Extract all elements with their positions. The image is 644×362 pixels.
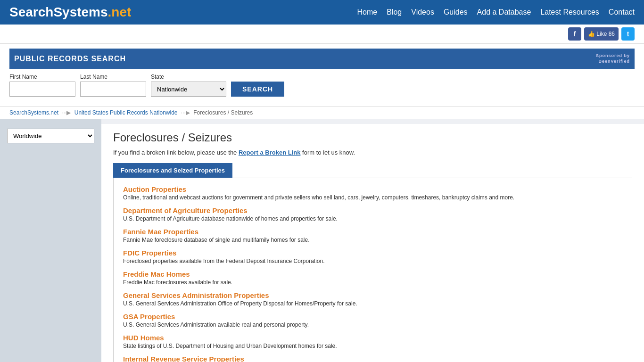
nav-bar: HomeBlogVideosGuidesAdd a DatabaseLatest… (357, 8, 635, 16)
listing-link-5[interactable]: General Services Administration Properti… (123, 291, 622, 299)
search-box-wrapper: PUBLIC RECORDS SEARCH Sponsored by BeenV… (0, 44, 644, 107)
logo-area: SearchSystems.net (9, 5, 131, 20)
search-fields: First Name Last Name State NationwideAla… (9, 74, 635, 97)
list-item: Internal Revenue Service PropertiesIRS s… (123, 355, 622, 362)
listing-desc-7: State listings of U.S. Department of Hou… (123, 342, 622, 350)
lastname-input[interactable] (80, 82, 146, 97)
search-box-title: PUBLIC RECORDS SEARCH (14, 55, 126, 63)
listing-desc-0: Online, traditional and webcast auctions… (123, 193, 622, 202)
listing-link-3[interactable]: FDIC Properties (123, 249, 622, 257)
listing-link-0[interactable]: Auction Properties (123, 185, 622, 193)
results-panel: Auction PropertiesOnline, traditional an… (113, 178, 632, 362)
logo-accent: .net (108, 5, 132, 19)
content-area: Foreclosures / Seizures If you find a br… (101, 119, 644, 362)
list-item: Fannie Mae PropertiesFannie Mae foreclos… (123, 228, 622, 244)
lastname-group: Last Name (80, 74, 146, 97)
listing-link-4[interactable]: Freddie Mac Homes (123, 270, 622, 278)
lastname-label: Last Name (80, 74, 146, 80)
twitter-icon[interactable]: t (621, 27, 635, 41)
firstname-group: First Name (9, 74, 75, 97)
listing-desc-5: U.S. General Services Administration Off… (123, 299, 622, 308)
sidebar-region-dropdown[interactable]: WorldwideUnited StatesCanadaUnited Kingd… (7, 129, 94, 143)
content-inner: Foreclosures / Seizures If you find a br… (101, 124, 644, 362)
broken-link-notice: If you find a broken link below, please … (113, 149, 632, 156)
breadcrumb-current: Foreclosures / Seizures (193, 109, 253, 116)
search-box-header: PUBLIC RECORDS SEARCH Sponsored by BeenV… (9, 49, 635, 69)
nav-item-add-a-database[interactable]: Add a Database (477, 8, 531, 16)
list-item: Department of Agriculture PropertiesU.S.… (123, 206, 622, 223)
main-wrapper: WorldwideUnited StatesCanadaUnited Kingd… (0, 119, 644, 362)
nav-item-blog[interactable]: Blog (387, 8, 402, 16)
listing-link-7[interactable]: HUD Homes (123, 334, 622, 342)
breadcrumb-link-0[interactable]: SearchSystems.net (9, 109, 58, 116)
nav-item-latest-resources[interactable]: Latest Resources (540, 8, 599, 16)
firstname-label: First Name (9, 74, 75, 80)
sidebar: WorldwideUnited StatesCanadaUnited Kingd… (0, 119, 101, 362)
nav-item-home[interactable]: Home (357, 8, 378, 16)
listing-link-8[interactable]: Internal Revenue Service Properties (123, 355, 622, 362)
breadcrumb: SearchSystems.net ···▶ United States Pub… (0, 107, 644, 119)
site-header: SearchSystems.net HomeBlogVideosGuidesAd… (0, 0, 644, 25)
list-item: FDIC PropertiesForeclosed properties ava… (123, 249, 622, 265)
breadcrumb-arrow: ···▶ (180, 109, 192, 116)
page-title: Foreclosures / Seizures (113, 131, 632, 144)
firstname-input[interactable] (9, 82, 75, 97)
list-item: Freddie Mac HomesFreddie Mac foreclosure… (123, 270, 622, 287)
state-select[interactable]: NationwideAlabamaAlaskaArizonaArkansasCa… (151, 82, 226, 97)
listing-desc-6: U.S. General Services Administration ava… (123, 321, 622, 329)
list-item: HUD HomesState listings of U.S. Departme… (123, 334, 622, 350)
list-item: GSA PropertiesU.S. General Services Admi… (123, 313, 622, 329)
tab-bar: Foreclosures and Seized Properties (113, 163, 632, 178)
listing-link-6[interactable]: GSA Properties (123, 313, 622, 321)
nav-item-guides[interactable]: Guides (444, 8, 468, 16)
list-item: Auction PropertiesOnline, traditional an… (123, 185, 622, 202)
foreclosures-tab[interactable]: Foreclosures and Seized Properties (113, 163, 232, 178)
social-bar: f 👍 Like 86 t (0, 25, 644, 44)
nav-item-contact[interactable]: Contact (609, 8, 635, 16)
listing-link-1[interactable]: Department of Agriculture Properties (123, 206, 622, 214)
top-white-bar (101, 119, 644, 124)
listing-desc-4: Freddie Mac foreclosures available for s… (123, 278, 622, 287)
sponsored-label: Sponsored by BeenVerified (596, 53, 630, 64)
logo-main: SearchSystems (9, 5, 108, 19)
report-broken-link[interactable]: Report a Broken Link (239, 149, 300, 156)
listing-desc-3: Foreclosed properties available from the… (123, 257, 622, 265)
state-label: State (151, 74, 226, 80)
breadcrumb-link-1[interactable]: United States Public Records Nationwide (74, 109, 178, 116)
facebook-like-button[interactable]: 👍 Like 86 (584, 27, 619, 41)
listing-link-2[interactable]: Fannie Mae Properties (123, 228, 622, 236)
listing-desc-1: U.S. Department of Agriculture database … (123, 214, 622, 223)
nav-item-videos[interactable]: Videos (411, 8, 434, 16)
search-button[interactable]: SEARCH (231, 82, 284, 97)
list-item: General Services Administration Properti… (123, 291, 622, 308)
listing-desc-2: Fannie Mae foreclosure database of singl… (123, 236, 622, 244)
logo-text: SearchSystems.net (9, 5, 131, 20)
state-group: State NationwideAlabamaAlaskaArizonaArka… (151, 74, 226, 97)
breadcrumb-arrow: ···▶ (60, 109, 73, 116)
facebook-icon[interactable]: f (568, 27, 581, 41)
